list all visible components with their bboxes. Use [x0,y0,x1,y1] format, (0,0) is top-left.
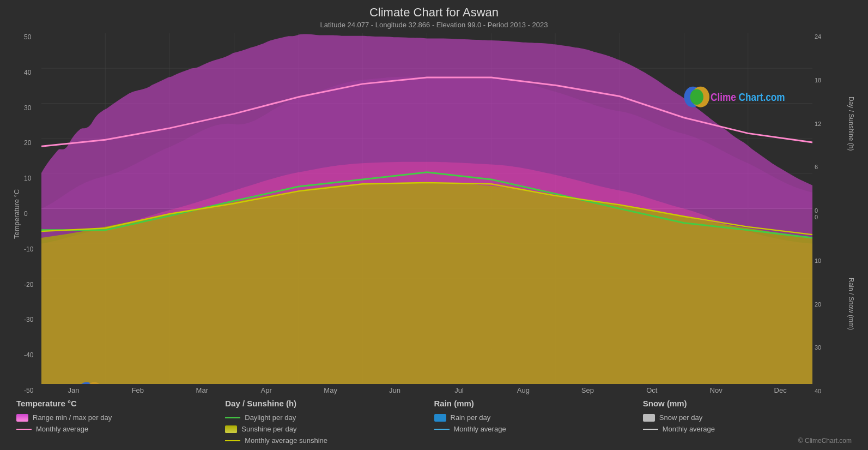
legend-line-temp-avg [16,429,32,430]
y-axis-left-ticks: 50 40 30 20 10 0 -10 -20 -30 -40 -50 [22,33,41,394]
chart-middle: Clime Chart.com Clime Chart.com Jan Feb … [41,33,812,394]
legend-item-daylight: Daylight per day [225,413,428,422]
x-label-feb: Feb [106,386,170,394]
chart-area: Temperature °C 50 40 30 20 10 0 -10 -20 … [11,33,857,394]
legend-swatch-temp-range [16,414,28,422]
legend-line-daylight [225,417,240,418]
svg-text:Clime: Clime [711,91,736,104]
climate-svg: Clime Chart.com Clime Chart.com [41,33,812,384]
legend-section-sunshine: Day / Sunshine (h) Daylight per day Suns… [225,399,434,445]
x-label-may: May [299,386,363,394]
x-label-aug: Aug [491,386,555,394]
y-axis-left-label: Temperature °C [11,33,22,394]
legend-title-rain: Rain (mm) [434,399,638,408]
legend-section-snow: Snow (mm) Snow per day Monthly average ©… [643,399,852,445]
legend-swatch-rain [434,414,446,422]
legend-line-rain-avg [434,429,450,430]
legend-title-sunshine: Day / Sunshine (h) [225,399,428,408]
x-label-mar: Mar [170,386,234,394]
y-axis-right-labels: Day / Sunshine (h) Rain / Snow (mm) [845,33,857,394]
x-label-jan: Jan [41,386,106,394]
x-label-oct: Oct [620,386,684,394]
chart-subtitle: Latitude 24.077 - Longitude 32.866 - Ele… [11,21,857,29]
legend-title-temperature: Temperature °C [16,399,220,408]
svg-text:Chart.com: Chart.com [739,91,785,104]
legend-item-snow-avg: Monthly average [643,425,846,433]
legend-section-rain: Rain (mm) Rain per day Monthly average [434,399,643,445]
svg-point-29 [690,89,703,105]
x-label-apr: Apr [234,386,299,394]
x-label-jul: Jul [427,386,491,394]
x-label-jun: Jun [363,386,427,394]
legend-label-daylight: Daylight per day [245,413,296,422]
legend-label-sunshine: Sunshine per day [241,425,296,433]
legend-title-snow: Snow (mm) [643,399,846,408]
legend-label-sunshine-avg: Monthly average sunshine [245,436,327,445]
legend-item-rain-avg: Monthly average [434,425,638,433]
chart-header: Climate Chart for Aswan Latitude 24.077 … [11,5,857,29]
legend-label-snow-avg: Monthly average [663,425,715,433]
legend-item-temp-range: Range min / max per day [16,413,220,422]
y-axis-right-top-ticks: 24 18 12 6 0 [812,33,845,214]
x-label-nov: Nov [684,386,748,394]
legend-label-temp-avg: Monthly average [36,425,88,433]
y-axis-right-bottom-ticks: 0 10 20 30 40 [812,214,845,394]
legend-line-sunshine-avg [225,440,240,441]
legend-item-temp-avg: Monthly average [16,425,220,433]
y-axis-right: 24 18 12 6 0 0 10 20 30 40 [812,33,845,394]
legend-label-snow: Snow per day [659,413,703,422]
legend-label-rain: Rain per day [451,413,491,422]
legend-line-snow-avg [643,429,658,430]
legend-swatch-snow [643,414,655,422]
page-container: Climate Chart for Aswan Latitude 24.077 … [0,0,868,450]
legend-label-rain-avg: Monthly average [454,425,506,433]
legend-item-sunshine-avg: Monthly average sunshine [225,436,428,445]
legend-item-rain: Rain per day [434,413,638,422]
legend-item-sunshine: Sunshine per day [225,425,428,433]
y-axis-right-top-label: Day / Sunshine (h) [845,33,857,214]
x-label-dec: Dec [748,386,812,394]
legend: Temperature °C Range min / max per day M… [11,399,857,445]
legend-item-snow: Snow per day [643,413,846,422]
x-axis-labels: Jan Feb Mar Apr May Jun Jul Aug Sep Oct … [41,384,812,394]
chart-title: Climate Chart for Aswan [11,5,857,20]
copyright: © ClimeChart.com [798,437,852,445]
legend-label-temp-range: Range min / max per day [33,413,112,422]
legend-swatch-sunshine [225,425,237,433]
x-label-sep: Sep [555,386,620,394]
y-axis-right-bottom-label: Rain / Snow (mm) [845,214,857,394]
legend-section-temperature: Temperature °C Range min / max per day M… [16,399,225,445]
